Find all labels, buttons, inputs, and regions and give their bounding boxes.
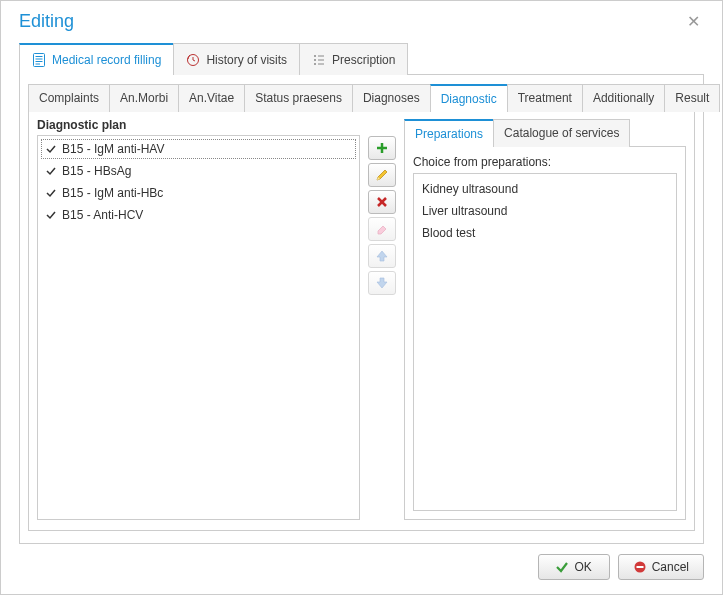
tab-medical-record-filling[interactable]: Medical record filling xyxy=(19,43,174,75)
check-icon xyxy=(46,166,56,176)
plan-item-label: B15 - Anti-HCV xyxy=(62,208,143,222)
tab-label: Medical record filling xyxy=(52,53,161,67)
cancel-button[interactable]: Cancel xyxy=(618,554,704,580)
dialog-header: Editing ✕ xyxy=(1,1,722,37)
check-icon xyxy=(46,144,56,154)
preparations-tabs: Preparations Catalogue of services xyxy=(404,118,686,147)
svg-point-8 xyxy=(314,59,316,61)
cancel-stop-icon xyxy=(633,560,647,574)
history-clock-icon xyxy=(186,53,200,67)
tab-result[interactable]: Result xyxy=(664,84,720,112)
tab-label: History of visits xyxy=(206,53,287,67)
preparation-item[interactable]: Liver ultrasound xyxy=(420,200,670,222)
tab-catalogue[interactable]: Catalogue of services xyxy=(493,119,630,147)
preparation-item[interactable]: Kidney ultrasound xyxy=(420,178,670,200)
diagnostic-plan-pane: Diagnostic plan B15 - IgM anti-HAV B15 -… xyxy=(37,118,360,520)
delete-button[interactable] xyxy=(368,190,396,214)
preparations-frame: Choice from preparations: Kidney ultraso… xyxy=(404,147,686,520)
check-icon xyxy=(46,188,56,198)
tab-status-praesens[interactable]: Status praesens xyxy=(244,84,353,112)
edit-button[interactable] xyxy=(368,163,396,187)
plan-item[interactable]: B15 - IgM anti-HBc xyxy=(40,182,357,204)
tab-history-of-visits[interactable]: History of visits xyxy=(173,43,300,75)
tab-an-vitae[interactable]: An.Vitae xyxy=(178,84,245,112)
tab-an-morbi[interactable]: An.Morbi xyxy=(109,84,179,112)
svg-point-6 xyxy=(314,55,316,57)
svg-marker-19 xyxy=(377,251,387,261)
plan-item-label: B15 - IgM anti-HBc xyxy=(62,186,163,200)
tab-prescription[interactable]: Prescription xyxy=(299,43,408,75)
plan-item[interactable]: B15 - IgM anti-HAV xyxy=(40,138,357,160)
eraser-icon xyxy=(375,222,389,236)
cancel-label: Cancel xyxy=(652,560,689,574)
check-icon xyxy=(46,210,56,220)
ok-label: OK xyxy=(574,560,591,574)
dialog-body: Medical record filling History of visits… xyxy=(1,37,722,544)
add-button[interactable] xyxy=(368,136,396,160)
tab-label: Prescription xyxy=(332,53,395,67)
erase-button[interactable] xyxy=(368,217,396,241)
diagnostic-content: Diagnostic plan B15 - IgM anti-HAV B15 -… xyxy=(28,112,695,531)
dialog-title: Editing xyxy=(19,11,74,32)
arrow-up-icon xyxy=(375,249,389,263)
tab-complaints[interactable]: Complaints xyxy=(28,84,110,112)
plan-title: Diagnostic plan xyxy=(37,118,360,132)
move-down-button[interactable] xyxy=(368,271,396,295)
svg-marker-20 xyxy=(377,278,387,288)
plan-item-label: B15 - IgM anti-HAV xyxy=(62,142,164,156)
tab-treatment[interactable]: Treatment xyxy=(507,84,583,112)
document-lines-icon xyxy=(32,53,46,67)
preparations-list[interactable]: Kidney ultrasound Liver ultrasound Blood… xyxy=(413,173,677,511)
preparations-label: Choice from preparations: xyxy=(413,155,677,169)
plan-item[interactable]: B15 - HBsAg xyxy=(40,160,357,182)
pencil-icon xyxy=(375,168,389,182)
svg-marker-18 xyxy=(378,226,386,234)
plus-icon xyxy=(375,141,389,155)
tab-diagnoses[interactable]: Diagnoses xyxy=(352,84,431,112)
plan-item[interactable]: B15 - Anti-HCV xyxy=(40,204,357,226)
inner-frame: Complaints An.Morbi An.Vitae Status prae… xyxy=(19,75,704,544)
preparation-item[interactable]: Blood test xyxy=(420,222,670,244)
tab-preparations[interactable]: Preparations xyxy=(404,119,494,147)
move-up-button[interactable] xyxy=(368,244,396,268)
plan-item-label: B15 - HBsAg xyxy=(62,164,131,178)
tab-diagnostic[interactable]: Diagnostic xyxy=(430,84,508,112)
tab-additionally[interactable]: Additionally xyxy=(582,84,665,112)
close-icon[interactable]: ✕ xyxy=(683,12,704,31)
svg-point-10 xyxy=(314,63,316,65)
x-cross-icon xyxy=(375,195,389,209)
top-tabs: Medical record filling History of visits… xyxy=(19,42,704,75)
editing-dialog: Editing ✕ Medical record filling History… xyxy=(0,0,723,595)
svg-rect-0 xyxy=(34,54,45,67)
preparations-pane: Preparations Catalogue of services Choic… xyxy=(404,118,686,520)
plan-toolbar xyxy=(368,118,396,520)
plan-list[interactable]: B15 - IgM anti-HAV B15 - HBsAg B15 - IgM… xyxy=(37,135,360,520)
list-icon xyxy=(312,53,326,67)
sub-tabs: Complaints An.Morbi An.Vitae Status prae… xyxy=(28,83,695,112)
arrow-down-icon xyxy=(375,276,389,290)
dialog-footer: OK Cancel xyxy=(1,544,722,594)
ok-button[interactable]: OK xyxy=(538,554,610,580)
check-ok-icon xyxy=(555,560,569,574)
